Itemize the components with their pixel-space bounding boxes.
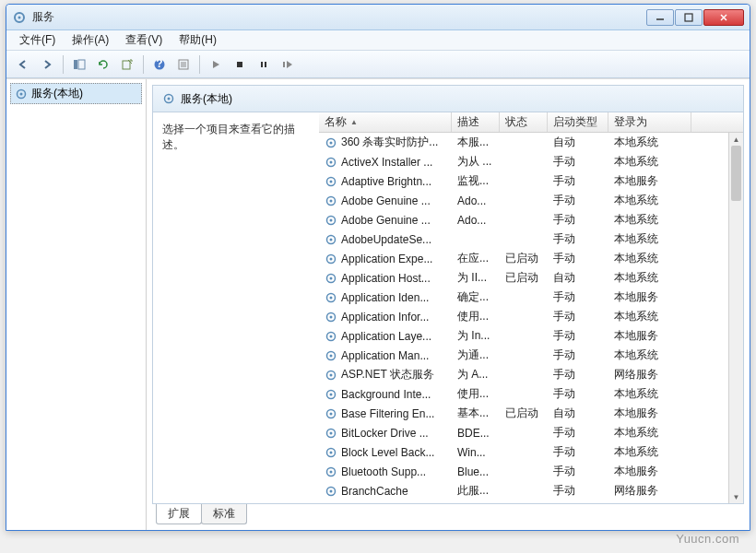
window-title: 服务	[32, 9, 646, 25]
back-button[interactable]	[12, 53, 34, 76]
service-desc: 为 II...	[452, 268, 500, 288]
service-startup: 手动	[548, 307, 608, 326]
service-desc: 使用...	[452, 307, 500, 326]
service-name: BitLocker Drive ...	[341, 427, 429, 440]
show-hide-tree-button[interactable]	[68, 53, 90, 76]
toolbar-separator	[63, 55, 64, 74]
service-startup: 手动	[548, 423, 608, 442]
svg-point-42	[330, 315, 333, 318]
col-startup[interactable]: 启动类型	[548, 112, 608, 132]
svg-point-22	[168, 98, 171, 100]
stop-service-button[interactable]	[229, 53, 251, 76]
service-row[interactable]: Application Expe...在应...已启动手动本地系统	[319, 249, 743, 268]
service-name: ActiveX Installer ...	[341, 156, 432, 169]
services-rows[interactable]: 360 杀毒实时防护...本服...自动本地系统ActiveX Installe…	[319, 133, 743, 503]
pause-service-button[interactable]	[253, 53, 275, 76]
service-row[interactable]: 360 杀毒实时防护...本服...自动本地系统	[319, 133, 743, 152]
service-row[interactable]: Application Infor...使用...手动本地系统	[319, 307, 743, 326]
service-status	[500, 470, 548, 474]
service-row[interactable]: Application Host...为 II...已启动自动本地系统	[319, 268, 743, 288]
service-startup: 自动	[548, 268, 608, 288]
sort-asc-icon: ▲	[350, 118, 358, 126]
service-row[interactable]: Application Iden...确定...手动本地服务	[319, 288, 743, 307]
svg-point-1	[18, 16, 21, 18]
export-list-button[interactable]	[116, 53, 138, 76]
service-logon: 本地服务	[608, 171, 691, 191]
tree-pane[interactable]: 服务(本地)	[6, 79, 147, 530]
service-status	[500, 393, 548, 396]
restart-service-button[interactable]	[277, 53, 299, 76]
scroll-thumb[interactable]	[731, 146, 741, 201]
gear-icon	[325, 136, 337, 149]
menu-file[interactable]: 文件(F)	[12, 30, 63, 50]
service-status	[500, 296, 548, 300]
service-row[interactable]: ActiveX Installer ...为从 ...手动本地系统	[319, 152, 743, 171]
tab-extended[interactable]: 扩展	[156, 504, 202, 524]
col-logon[interactable]: 登录为	[608, 112, 691, 132]
service-name: Application Man...	[341, 349, 429, 362]
service-row[interactable]: BranchCache此服...手动网络服务	[319, 481, 743, 500]
services-window: 服务 文件(F) 操作(A) 查看(V) 帮助(H) ? 服务(本地	[6, 4, 750, 531]
service-row[interactable]: Adobe Genuine ...Ado...手动本地系统	[319, 210, 743, 229]
titlebar[interactable]: 服务	[6, 5, 750, 30]
service-row[interactable]: Background Inte...使用...手动本地系统	[319, 384, 743, 404]
service-row[interactable]: Adaptive Brightn...监视...手动本地服务	[319, 171, 743, 191]
service-row[interactable]: Base Filtering En...基本...已启动自动本地服务	[319, 404, 743, 423]
service-logon: 本地系统	[608, 191, 691, 210]
service-name: Application Iden...	[341, 291, 429, 304]
menu-action[interactable]: 操作(A)	[65, 30, 116, 50]
service-logon: 本地系统	[608, 133, 691, 152]
svg-point-52	[330, 412, 333, 415]
vertical-scrollbar[interactable]: ▲ ▼	[728, 133, 743, 503]
service-row[interactable]: ASP.NET 状态服务为 A...手动网络服务	[319, 365, 743, 384]
gear-icon	[325, 291, 337, 304]
minimize-button[interactable]	[646, 9, 674, 26]
menu-help[interactable]: 帮助(H)	[171, 30, 224, 50]
menu-view[interactable]: 查看(V)	[118, 30, 170, 50]
service-row[interactable]: AdobeUpdateSe...手动本地系统	[319, 229, 743, 249]
close-button[interactable]	[703, 9, 744, 26]
service-startup: 手动	[548, 210, 608, 229]
content-area: 选择一个项目来查看它的描述。 名称▲ 描述 状态 启动类型 登录为 360 杀毒…	[152, 112, 744, 504]
refresh-button[interactable]	[92, 53, 114, 76]
help-button[interactable]: ?	[148, 53, 171, 76]
service-row[interactable]: BitLocker Drive ...BDE...手动本地系统	[319, 423, 743, 442]
maximize-button[interactable]	[675, 9, 703, 26]
svg-point-36	[330, 257, 333, 260]
tab-standard[interactable]: 标准	[201, 504, 247, 524]
scroll-up-icon[interactable]: ▲	[729, 133, 743, 146]
col-name[interactable]: 名称▲	[319, 112, 452, 132]
service-logon: 本地服务	[608, 462, 691, 481]
forward-button[interactable]	[36, 53, 58, 76]
service-name: BranchCache	[341, 485, 408, 498]
service-status	[500, 218, 548, 222]
tree-root-services[interactable]: 服务(本地)	[10, 83, 142, 104]
scroll-down-icon[interactable]: ▼	[729, 490, 743, 503]
col-status[interactable]: 状态	[500, 112, 548, 132]
service-desc: Ado...	[452, 193, 500, 209]
watermark: Yuucn.com	[676, 532, 739, 546]
service-startup: 自动	[548, 404, 608, 423]
service-row[interactable]: Block Level Back...Win...手动本地系统	[319, 442, 743, 462]
svg-point-46	[330, 354, 333, 357]
service-row[interactable]: Adobe Genuine ...Ado...手动本地系统	[319, 191, 743, 210]
col-description[interactable]: 描述	[452, 112, 500, 132]
service-desc: 为 In...	[452, 326, 500, 346]
svg-rect-3	[685, 14, 692, 21]
start-service-button[interactable]	[205, 53, 227, 76]
service-row[interactable]: Application Man...为通...手动本地系统	[319, 346, 743, 365]
gear-icon	[325, 407, 337, 420]
service-row[interactable]: Application Laye...为 In...手动本地服务	[319, 326, 743, 346]
service-status: 已启动	[500, 268, 548, 288]
service-row[interactable]: Bluetooth Supp...Blue...手动本地服务	[319, 462, 743, 481]
properties-button[interactable]	[172, 53, 195, 76]
service-desc: 使用...	[452, 384, 500, 404]
service-logon: 本地系统	[608, 384, 691, 404]
svg-rect-15	[237, 62, 242, 67]
gear-icon	[325, 156, 337, 169]
svg-rect-18	[283, 62, 285, 67]
service-status	[500, 431, 548, 435]
svg-point-54	[330, 431, 333, 434]
service-status	[500, 238, 548, 241]
service-logon: 本地系统	[608, 268, 691, 288]
